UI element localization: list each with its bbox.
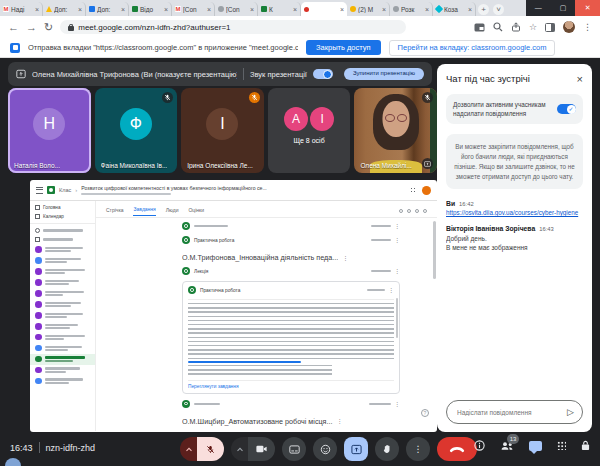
self-video-tile[interactable]: Олена Михайлі... [354,88,437,173]
course-item[interactable] [30,332,95,343]
sidebar-item-to-review[interactable] [30,235,95,244]
raise-hand-button[interactable] [375,437,399,461]
side-panel-icon[interactable] [545,23,555,32]
camera-options-chevron-icon[interactable] [231,437,248,461]
tab-classwork[interactable]: Завдання [133,206,155,216]
self-avatar-peek[interactable] [5,458,21,466]
browser-tab[interactable]: [Con× [215,2,258,16]
browser-tab[interactable]: Розк× [390,2,433,16]
presentation-audio-toggle[interactable] [313,69,333,79]
browser-tab[interactable]: Відо× [129,2,172,16]
participant-tile[interactable]: Н Наталія Воло... [8,88,91,173]
classwork-item[interactable]: ⋮ [182,397,400,411]
stop-presentation-button[interactable]: Зупинити презентацію [344,68,424,80]
present-button-active[interactable] [344,437,368,461]
close-chat-icon[interactable]: × [577,74,583,84]
tab-close-icon[interactable]: × [425,6,429,13]
tab-close-icon[interactable]: × [250,6,254,13]
course-item[interactable] [30,244,95,255]
share-icon[interactable] [511,22,521,32]
course-item[interactable] [30,376,95,387]
classwork-item[interactable]: Лекція ⋮ [182,264,400,278]
stop-sharing-button[interactable]: Закрыть доступ [306,40,381,55]
allow-messages-toggle[interactable] [557,104,576,114]
tab-close-icon[interactable]: × [382,6,386,13]
chat-message-input[interactable] [455,408,563,417]
new-tab-button[interactable]: + [478,4,489,15]
item-menu-icon[interactable]: ⋮ [394,237,400,243]
mic-options-chevron-icon[interactable] [180,437,197,461]
classwork-item[interactable]: ⋮ [182,219,400,233]
course-item-current[interactable] [30,354,95,365]
tab-close-icon[interactable]: × [207,6,211,13]
minimize-button[interactable]: — [526,0,551,16]
zoom-icon[interactable] [493,22,503,32]
sidebar-item-teaching[interactable] [30,226,95,235]
chat-button-active[interactable] [529,441,542,451]
more-options-button[interactable]: ⋮ [406,437,430,461]
course-item[interactable] [30,266,95,277]
media-control-icon[interactable] [474,23,485,32]
captions-button[interactable] [282,437,306,461]
course-item[interactable] [30,321,95,332]
item-menu-icon[interactable]: ⋮ [394,401,400,407]
assignment-card-header[interactable]: Практична робота ⋮ [188,286,394,296]
browser-tab[interactable]: (2) M× [347,2,390,16]
reactions-button[interactable] [313,437,337,461]
browser-tab[interactable]: Доп:× [86,2,129,16]
course-item[interactable] [30,310,95,321]
browser-tab[interactable]: Доп:× [43,2,86,16]
browser-tab[interactable]: Коза× [433,2,476,16]
sidebar-item-home[interactable]: Головна [30,203,95,212]
main-scrollbar[interactable] [433,221,436,279]
participant-tile[interactable]: І Ірина Олексіївна Ле... [181,88,264,173]
tab-close-icon[interactable]: × [35,6,39,13]
topic-menu-icon[interactable]: ⋮ [337,418,343,424]
goto-tab-button[interactable]: Перейти на вкладку: classroom.google.com [389,40,556,56]
course-title-block[interactable]: Розвиток цифрової компетентності в умова… [81,185,267,195]
send-message-icon[interactable]: ▷ [567,407,574,417]
course-item[interactable] [30,343,95,354]
sidebar-item-calendar[interactable]: Календар [30,212,95,221]
tab-grades[interactable]: Оцінки [188,207,204,216]
inline-link-placeholder[interactable] [188,361,301,363]
browser-tab[interactable]: К× [258,2,301,16]
camera-icon[interactable] [248,437,275,461]
tab-close-icon[interactable]: × [164,6,168,13]
browser-menu-icon[interactable]: ⋮ [583,22,592,32]
host-controls-button[interactable] [581,440,590,451]
course-item[interactable] [30,288,95,299]
message-link[interactable]: https://osvita.diia.gov.ua/courses/cyber… [446,209,583,216]
tab-close-icon[interactable]: × [340,6,344,13]
topic-menu-icon[interactable]: ⋮ [342,255,348,261]
participant-tile[interactable]: Ф Фаіна Миколаївна Ів... [95,88,178,173]
menu-icon[interactable] [36,187,43,194]
mic-button[interactable] [180,437,224,461]
more-participants-tile[interactable]: А І Ще 8 осіб [268,88,351,173]
end-call-button[interactable] [437,437,477,461]
mic-off-icon[interactable] [197,437,224,461]
browser-tab[interactable]: M[Con× [172,2,215,16]
meeting-details-button[interactable] [474,440,485,451]
forward-icon[interactable]: → [26,22,37,33]
reload-icon[interactable]: ↻ [44,22,53,33]
participants-button[interactable]: 13 [500,441,514,451]
item-menu-icon[interactable]: ⋮ [394,223,400,229]
tab-close-icon[interactable]: × [78,6,82,13]
item-menu-icon[interactable]: ⋮ [388,287,394,293]
back-icon[interactable]: ← [8,22,19,33]
tab-stream[interactable]: Стрічка [106,207,123,216]
close-window-button[interactable]: ✕ [575,0,600,16]
course-item[interactable] [30,365,95,376]
course-item[interactable] [30,277,95,288]
item-menu-icon[interactable]: ⋮ [394,268,400,274]
activities-button[interactable] [557,441,566,450]
view-assignment-link[interactable]: Переглянути завдання [188,384,394,389]
tab-search-button[interactable]: ˅ [493,4,504,15]
card-scrollbar[interactable] [396,298,398,338]
course-item[interactable] [30,299,95,310]
classwork-item[interactable]: Практична робота ⋮ [182,233,400,247]
profile-avatar[interactable] [563,21,575,33]
bookmark-star-icon[interactable]: ☆ [529,22,537,32]
camera-button[interactable] [231,437,275,461]
